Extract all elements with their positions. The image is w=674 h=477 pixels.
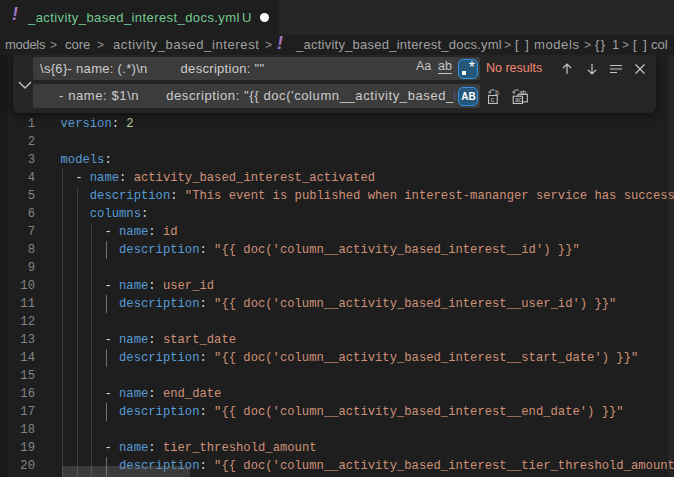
svg-text:ac: ac: [515, 96, 523, 103]
svg-text:b: b: [495, 89, 499, 96]
svg-text:c: c: [491, 96, 495, 103]
